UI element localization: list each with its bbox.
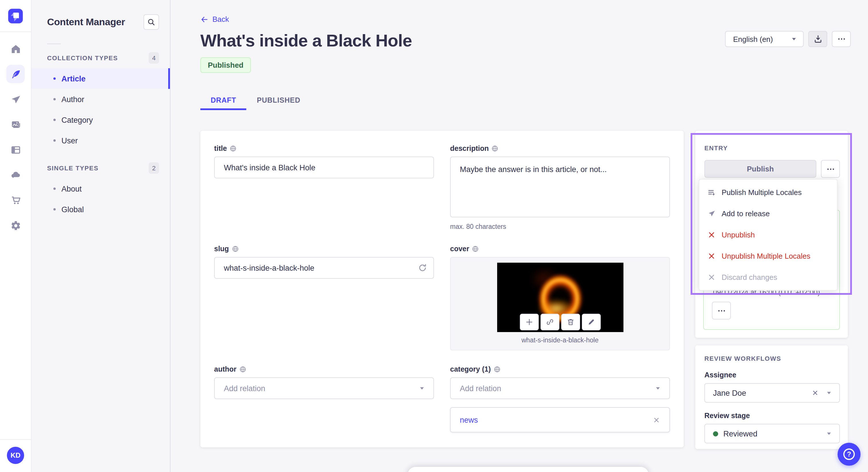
chevron-down-icon (790, 36, 797, 42)
sidebar-item-content-manager[interactable] (6, 65, 25, 83)
globe-icon (229, 145, 237, 152)
cover-media-card: what-s-inside-a-black-hole (450, 257, 670, 350)
field-slug: slug (214, 245, 434, 350)
bullet-icon (53, 77, 56, 80)
sidebar-item-author[interactable]: Author (32, 89, 170, 109)
field-cover: cover (450, 245, 670, 350)
sidebar-item-releases[interactable] (6, 90, 25, 108)
field-title-label: title (214, 144, 434, 153)
entry-more-actions-button[interactable] (821, 160, 840, 178)
menu-item-discard-changes[interactable]: Discard changes (702, 267, 835, 288)
cover-caption: what-s-inside-a-black-hole (451, 337, 670, 343)
single-types-count-badge: 2 (149, 162, 159, 174)
globe-icon (492, 145, 499, 152)
sidebar-item-user[interactable]: User (32, 130, 170, 151)
assignee-label: Assignee (704, 371, 840, 379)
strapi-logo-icon (7, 7, 24, 24)
regenerate-icon[interactable] (418, 263, 427, 272)
back-link[interactable]: Back (200, 15, 229, 24)
menu-item-publish-multiple-locales[interactable]: Publish Multiple Locales (702, 182, 835, 203)
author-relation-select[interactable]: Add relation (214, 377, 434, 399)
chevron-down-icon (418, 385, 425, 392)
scheduled-more-actions-button[interactable] (712, 302, 731, 319)
menu-item-unpublish-multiple-locales[interactable]: Unpublish Multiple Locales (702, 245, 835, 267)
version-tabs: DRAFT PUBLISHED (200, 92, 868, 110)
locale-select[interactable]: English (en) (725, 31, 804, 47)
field-author-label: author (214, 365, 434, 373)
search-icon (147, 18, 156, 26)
section-heading-single-types: SINGLE TYPES (47, 165, 98, 171)
bullet-icon (53, 208, 56, 210)
entry-panel: ENTRY Publish 09/11/2024 at 16:00 (UTC+0… (695, 131, 848, 338)
collection-types-count-badge: 4 (149, 52, 159, 64)
review-panel-heading: REVIEW WORKFLOWS (704, 355, 840, 362)
remove-relation-icon[interactable] (653, 416, 660, 424)
cross-icon (707, 273, 716, 281)
arrow-left-icon (200, 15, 208, 23)
cloud-icon (10, 169, 21, 180)
field-description: description Maybe the answer is in this … (450, 144, 670, 230)
floating-toolbar-partial[interactable] (408, 467, 649, 472)
cover-delete-button[interactable] (561, 314, 580, 330)
sidebar-item-deploy[interactable] (6, 166, 25, 184)
cover-add-button[interactable] (520, 314, 538, 330)
sidebar-item-article[interactable]: Article (32, 68, 170, 89)
relation-link-news[interactable]: news (460, 415, 478, 424)
cover-edit-button[interactable] (582, 314, 600, 330)
more-dots-icon (837, 34, 846, 43)
sidebar-item-media-library[interactable] (6, 115, 25, 134)
right-panel: ENTRY Publish 09/11/2024 at 16:00 (UTC+0… (695, 131, 848, 449)
plus-icon (525, 318, 533, 326)
publish-button[interactable]: Publish (704, 160, 816, 178)
tab-published[interactable]: PUBLISHED (247, 92, 311, 110)
title-input[interactable] (214, 157, 434, 178)
bullet-icon (53, 98, 56, 100)
stage-status-dot (713, 431, 718, 436)
field-category-label: category (1) (450, 365, 670, 373)
menu-item-unpublish[interactable]: Unpublish (702, 224, 835, 245)
nav-rail: KD (0, 0, 32, 472)
menu-item-add-to-release[interactable]: Add to release (702, 203, 835, 224)
paper-plane-icon (10, 94, 21, 105)
sidebar-item-global[interactable]: Global (32, 199, 170, 220)
sidebar-item-settings[interactable] (6, 216, 25, 235)
strapi-logo[interactable] (0, 0, 31, 32)
trash-icon (566, 318, 575, 326)
cover-actions (520, 314, 600, 330)
tab-draft[interactable]: DRAFT (200, 92, 247, 110)
header-more-actions-button[interactable] (832, 31, 851, 47)
cross-icon (707, 252, 716, 260)
divider (0, 439, 31, 440)
globe-icon (239, 366, 246, 373)
export-button[interactable] (808, 31, 827, 47)
divider (47, 43, 61, 44)
sidebar-item-home[interactable] (6, 40, 25, 58)
clear-assignee-icon[interactable] (812, 390, 818, 396)
description-textarea[interactable]: Maybe the answer is in this article, or … (450, 157, 670, 217)
more-dots-icon (717, 306, 726, 315)
main-content: Back English (en) What's inside (170, 0, 868, 472)
field-author: author Add relation (214, 365, 434, 432)
review-stage-select[interactable]: Reviewed (704, 424, 840, 443)
sidebar-item-marketplace[interactable] (6, 191, 25, 209)
entry-actions-menu: Publish Multiple Locales Add to release (699, 179, 838, 291)
sidebar-item-about[interactable]: About (32, 178, 170, 199)
cover-copy-link-button[interactable] (540, 314, 559, 330)
chevron-down-icon (826, 390, 832, 396)
pencil-icon (587, 318, 595, 326)
category-relation-select[interactable]: Add relation (450, 377, 670, 399)
assignee-select[interactable]: Jane Doe (704, 383, 840, 403)
images-icon (10, 119, 21, 130)
globe-icon (231, 245, 239, 252)
sidebar-item-category[interactable]: Category (32, 109, 170, 130)
description-hint: max. 80 characters (450, 223, 670, 230)
edit-form-card: title description (200, 131, 684, 447)
search-button[interactable] (144, 14, 159, 30)
avatar[interactable]: KD (7, 447, 24, 464)
slug-input[interactable] (214, 257, 434, 279)
field-description-label: description (450, 144, 670, 153)
help-button[interactable] (838, 443, 861, 466)
feather-pen-icon (10, 69, 21, 79)
sidebar-item-content-type-builder[interactable] (6, 140, 25, 159)
app-window: KD Content Manager COLLECTION TYPES 4 Ar… (0, 0, 868, 472)
